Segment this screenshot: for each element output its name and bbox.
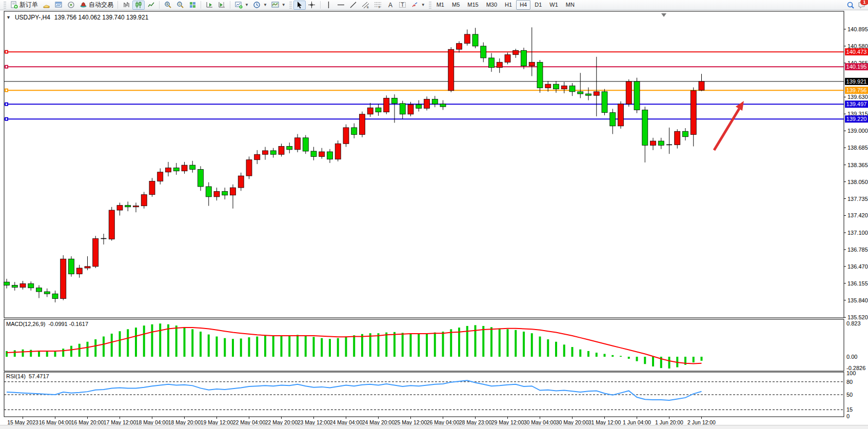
arrows-tool-button[interactable]: ▼: [409, 0, 427, 10]
price-badge-139.220: 139.220: [845, 115, 868, 122]
terminal-icon[interactable]: [65, 1, 77, 10]
price-badge-139.921: 139.921: [845, 78, 868, 85]
svg-text:0.823: 0.823: [846, 320, 861, 326]
rsi-value: 57.4717: [29, 373, 49, 379]
svg-text:139.921: 139.921: [846, 78, 867, 85]
fibonacci-tool-icon[interactable]: F: [372, 1, 384, 10]
market-watch-icon[interactable]: [40, 1, 52, 10]
status-bar: [0, 425, 868, 429]
svg-text:139.630: 139.630: [847, 94, 868, 100]
svg-text:136.785: 136.785: [847, 247, 868, 253]
svg-text:139.756: 139.756: [846, 87, 867, 93]
svg-text:T: T: [401, 2, 404, 8]
trading-platform-window: 新订单 自动交易: [0, 0, 868, 429]
periods-button[interactable]: ▼: [251, 0, 269, 10]
svg-text:E: E: [367, 6, 369, 9]
price-badge-139.756: 139.756: [845, 87, 868, 94]
time-axis[interactable]: 15 May 202316 May 04:0016 May 20:0017 Ma…: [7, 417, 716, 425]
autotrading-hat-icon: [79, 1, 87, 9]
svg-text:140.895: 140.895: [847, 26, 868, 32]
svg-text:135.840: 135.840: [847, 297, 868, 303]
price-badge-139.497: 139.497: [845, 100, 868, 108]
chart-canvas[interactable]: 140.895140.580140.265139.630139.315139.0…: [0, 0, 868, 429]
templates-dropdown[interactable]: ▼: [282, 3, 286, 7]
rsi-header: RSI(14) 57.4717: [6, 373, 49, 379]
bar-chart-mode-icon[interactable]: [120, 1, 132, 10]
toolbar-grip-2[interactable]: [289, 2, 292, 9]
new-order-button[interactable]: 新订单: [8, 0, 40, 10]
chart-header: ▼ USDJPY-,H4 139.756 140.062 139.740 139…: [6, 14, 148, 21]
main-price-pane[interactable]: [4, 11, 844, 318]
auto-scroll-icon[interactable]: [203, 1, 215, 10]
candlestick-mode-icon[interactable]: [132, 1, 145, 10]
timeframe-D1[interactable]: D1: [531, 0, 545, 10]
macd-values: -0.0991 -0.1617: [48, 321, 88, 327]
svg-text:A: A: [388, 2, 392, 9]
search-icon[interactable]: [846, 1, 855, 9]
zoom-in-icon[interactable]: [162, 1, 174, 10]
timeframe-MN[interactable]: MN: [562, 0, 578, 10]
svg-text:139.220: 139.220: [846, 116, 867, 122]
svg-text:139.000: 139.000: [847, 128, 868, 134]
trendline-tool-icon[interactable]: [347, 1, 360, 10]
timeframe-W1[interactable]: W1: [546, 0, 562, 10]
line-chart-mode-icon[interactable]: [145, 1, 157, 10]
tile-windows-icon[interactable]: [186, 1, 199, 10]
navigator-icon[interactable]: [52, 1, 65, 10]
svg-text:15: 15: [846, 406, 853, 413]
notifications-icon[interactable]: 1: [858, 1, 866, 9]
macd-label: MACD(12,26,9): [6, 321, 45, 327]
timeframe-M5[interactable]: M5: [448, 0, 463, 10]
arrows-dropdown[interactable]: ▼: [421, 3, 425, 7]
symbol-dropdown-icon[interactable]: ▼: [6, 15, 11, 20]
svg-text:F: F: [379, 6, 381, 9]
svg-text:0.00: 0.00: [846, 354, 857, 360]
periods-dropdown[interactable]: ▼: [263, 3, 267, 7]
vertical-line-tool-icon[interactable]: [323, 1, 335, 10]
templates-button[interactable]: ▼: [269, 0, 288, 10]
svg-text:140.195: 140.195: [846, 64, 867, 70]
crosshair-tool-icon[interactable]: [306, 1, 318, 10]
notification-badge: 1: [860, 0, 868, 5]
text-label-tool-icon[interactable]: T: [397, 1, 409, 10]
main-toolbar: 新订单 自动交易: [0, 0, 868, 10]
price-badge-140.195: 140.195: [845, 63, 868, 70]
templates-icon: [271, 1, 280, 9]
new-chart-button[interactable]: ▼: [232, 0, 251, 10]
toolbar-grip-3[interactable]: [429, 2, 431, 9]
svg-text:138.685: 138.685: [847, 145, 868, 151]
svg-text:80: 80: [846, 379, 853, 385]
macd-header: MACD(12,26,9) -0.0991 -0.1617: [6, 321, 88, 327]
svg-text:137.100: 137.100: [847, 230, 868, 236]
timeframe-H1[interactable]: H1: [501, 0, 516, 10]
timeframe-M30[interactable]: M30: [483, 0, 501, 10]
timeframe-group: M1M5M15M30H1H4D1W1MN: [433, 0, 578, 10]
text-tool-icon[interactable]: A: [384, 1, 397, 10]
svg-text:137.420: 137.420: [847, 212, 868, 218]
autotrading-button[interactable]: 自动交易: [77, 0, 115, 10]
equidistant-channel-tool-icon[interactable]: E: [360, 1, 372, 10]
timeframe-M1[interactable]: M1: [433, 0, 448, 10]
chart-shift-icon[interactable]: [215, 1, 228, 10]
periods-clock-icon: [253, 1, 261, 9]
svg-text:140.473: 140.473: [846, 49, 867, 55]
zoom-out-icon[interactable]: [174, 1, 186, 10]
chart-ohlc-values: 139.756 140.062 139.740 139.921: [54, 14, 149, 21]
svg-text:138.050: 138.050: [847, 179, 868, 185]
toolbar-grip[interactable]: [4, 2, 6, 9]
horizontal-line-tool-icon[interactable]: [335, 1, 347, 10]
indicator-axis[interactable]: 0.8230.00-0.28261008050150: [846, 320, 865, 419]
svg-text:0: 0: [846, 413, 850, 419]
cursor-tool-icon[interactable]: [293, 1, 306, 10]
new-chart-dropdown[interactable]: ▼: [245, 3, 249, 7]
rsi-label: RSI(14): [6, 373, 26, 379]
timeframe-H4[interactable]: H4: [516, 0, 530, 10]
svg-text:139.497: 139.497: [846, 101, 867, 107]
autotrading-label: 自动交易: [89, 1, 113, 9]
svg-text:136.155: 136.155: [847, 280, 868, 287]
macd-pane[interactable]: [4, 319, 844, 371]
chart-panes[interactable]: [4, 11, 844, 417]
svg-text:136.470: 136.470: [847, 263, 868, 270]
svg-text:50: 50: [846, 392, 853, 398]
timeframe-M15[interactable]: M15: [464, 0, 482, 10]
